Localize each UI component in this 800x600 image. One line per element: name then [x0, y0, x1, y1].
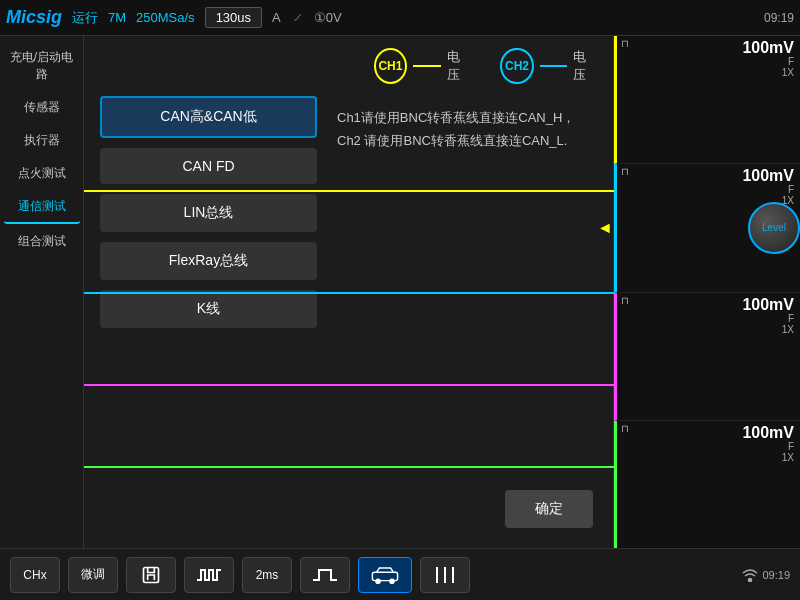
ch1-mv-value: 100mV: [742, 40, 794, 56]
fine-button[interactable]: 微调: [68, 557, 118, 593]
ch1-line-decoration: [413, 65, 440, 67]
ch2-f-label: F: [788, 184, 794, 195]
status-label: 运行: [72, 9, 98, 27]
sidebar-item-actuator[interactable]: 执行器: [4, 125, 80, 156]
sidebar-item-combo[interactable]: 组合测试: [4, 226, 80, 257]
ch1-f-label: F: [788, 56, 794, 67]
proto-btn-flexray[interactable]: FlexRay总线: [100, 242, 317, 280]
ch1-square-icon: ⊓: [621, 38, 629, 49]
confirm-button[interactable]: 确定: [505, 490, 593, 528]
chx-button[interactable]: CHx: [10, 557, 60, 593]
trig-level-label: ①0V: [314, 10, 342, 25]
ch1-scope-panel[interactable]: ⊓ 100mV F 1X: [614, 36, 800, 164]
level-knob[interactable]: Level: [748, 202, 800, 254]
ch4-scope-panel[interactable]: ⊓ 100mV F 1X: [614, 421, 800, 548]
sidebar-item-comms[interactable]: 通信测试: [4, 191, 80, 224]
level-arrow: ◄: [597, 219, 613, 237]
ch4-x-label: 1X: [782, 452, 794, 463]
brand-logo: Micsig: [6, 7, 62, 28]
proto-btn-lin[interactable]: LIN总线: [100, 194, 317, 232]
ch3-square-icon: ⊓: [621, 295, 629, 306]
ch1-signal-label: 电压: [447, 48, 471, 84]
ch2-square-icon: ⊓: [621, 166, 629, 177]
timebase-display[interactable]: 130us: [205, 7, 262, 28]
sidebar-item-charge[interactable]: 充电/启动电路: [4, 42, 80, 90]
time-display: 09:19: [764, 11, 794, 25]
wave2-button[interactable]: [300, 557, 350, 593]
ch3-mv-value: 100mV: [742, 297, 794, 313]
proto-btn-canfd[interactable]: CAN FD: [100, 148, 317, 184]
svg-point-2: [376, 579, 380, 583]
memory-label: 7M: [108, 10, 126, 25]
wave1-button[interactable]: [184, 557, 234, 593]
ch2-line: CH2 电压: [500, 48, 597, 84]
ch1-line: CH1 电压: [374, 48, 471, 84]
ch3-scope-panel[interactable]: ⊓ 100mV F 1X: [614, 293, 800, 421]
sidebar-item-sensor[interactable]: 传感器: [4, 92, 80, 123]
svg-point-7: [749, 578, 752, 581]
sidebar-item-ignition[interactable]: 点火测试: [4, 158, 80, 189]
button-panel: [100, 56, 344, 76]
scope-area: ⊓ 100mV F 1X ⊓ 100mV F 1X Level ◄ ⊓ 100m…: [614, 36, 800, 548]
timebase-button[interactable]: 2ms: [242, 557, 292, 593]
time-label: 09:19: [762, 569, 790, 581]
svg-point-3: [390, 579, 394, 583]
car-icon: [371, 565, 399, 585]
dialog-header: CH1 电压 CH2 电压: [84, 36, 613, 96]
ch2-line-decoration: [540, 65, 567, 67]
trig-icon: ⟋: [291, 10, 304, 25]
wifi-icon: [742, 568, 758, 582]
trig-a-label: A: [272, 10, 281, 25]
ch3-f-label: F: [788, 313, 794, 324]
proto-btn-kline[interactable]: K线: [100, 290, 317, 328]
description-text: Ch1请使用BNC转香蕉线直接连CAN_H，Ch2 请使用BNC转香蕉线直接连C…: [327, 96, 597, 328]
main-panel: CH1 电压 CH2 电压 CAN高&CAN低 CAN FD LIN总线 Fle…: [84, 36, 614, 548]
ch2-badge[interactable]: CH2: [500, 48, 533, 84]
ch4-f-label: F: [788, 441, 794, 452]
ch4-mv-value: 100mV: [742, 425, 794, 441]
ch2-scope-panel[interactable]: ⊓ 100mV F 1X Level ◄: [614, 164, 800, 292]
ch1-badge[interactable]: CH1: [374, 48, 407, 84]
top-bar: Micsig 运行 7M 250MSa/s 130us A ⟋ ①0V 09:1…: [0, 0, 800, 36]
ch2-signal-label: 电压: [573, 48, 597, 84]
car-button[interactable]: [358, 557, 412, 593]
sample-rate-label: 250MSa/s: [136, 10, 195, 25]
ch2-mv-value: 100mV: [742, 168, 794, 184]
wave1-icon: [197, 565, 221, 585]
wave2-icon: [313, 565, 337, 585]
bottom-bar: CHx 微调 2ms: [0, 548, 800, 600]
save-button[interactable]: [126, 557, 176, 593]
proto-btn-can[interactable]: CAN高&CAN低: [100, 96, 317, 138]
save-icon: [141, 565, 161, 585]
ch4-square-icon: ⊓: [621, 423, 629, 434]
ch1-x-label: 1X: [782, 67, 794, 78]
bars-icon: [434, 565, 456, 585]
wifi-time: 09:19: [742, 568, 790, 582]
ch3-x-label: 1X: [782, 324, 794, 335]
sidebar: 充电/启动电路 传感器 执行器 点火测试 通信测试 组合测试: [0, 36, 84, 548]
bars-button[interactable]: [420, 557, 470, 593]
